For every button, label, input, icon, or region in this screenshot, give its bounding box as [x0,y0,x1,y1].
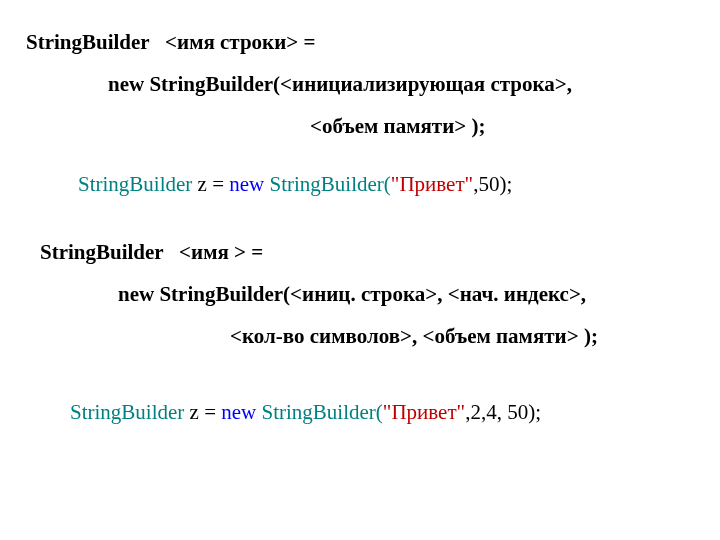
syntax2-line2: new StringBuilder(<иниц. строка>, <нач. … [118,282,591,307]
ex1-type: StringBuilder [78,172,198,196]
example1: StringBuilder z = new StringBuilder("При… [78,172,512,197]
syntax2-arg2: <кол-во символов>, <объем памяти> [230,324,584,348]
ex2-ctor: StringBuilder( [262,400,383,424]
syntax2-arg1: <иниц. строка>, <нач. индекс>, [290,282,591,306]
syntax2-rest1: <имя > = [163,240,268,264]
syntax1-line1: StringBuilder <имя строки> = [26,30,321,55]
ex2-str: "Привет" [383,400,465,424]
ex2-var: z = [190,400,222,424]
syntax1-line2: new StringBuilder(<инициализирующая стро… [108,72,577,97]
syntax1-close: ); [471,114,485,138]
syntax1-arg2: <объем памяти> [310,114,471,138]
syntax1-line3: <объем памяти> ); [310,114,485,139]
syntax1-rest1: <имя строки> = [149,30,320,54]
ex1-ctor: StringBuilder( [270,172,391,196]
ex2-rest: ,2,4, 50); [465,400,541,424]
syntax2-line3: <кол-во символов>, <объем памяти> ); [230,324,598,349]
ex1-var: z = [198,172,230,196]
keyword-stringbuilder: StringBuilder [26,30,149,54]
example2: StringBuilder z = new StringBuilder("При… [70,400,541,425]
syntax2-close: ); [584,324,598,348]
ex2-new: new [221,400,261,424]
ex1-str: "Привет" [391,172,473,196]
syntax2-new: new StringBuilder( [118,282,290,306]
syntax2-line1: StringBuilder <имя > = [40,240,268,265]
ex2-type: StringBuilder [70,400,190,424]
syntax1-new: new StringBuilder( [108,72,280,96]
syntax1-arg1: <инициализирующая строка>, [280,72,577,96]
ex1-rest: ,50); [473,172,512,196]
ex1-new: new [229,172,269,196]
keyword-stringbuilder2: StringBuilder [40,240,163,264]
